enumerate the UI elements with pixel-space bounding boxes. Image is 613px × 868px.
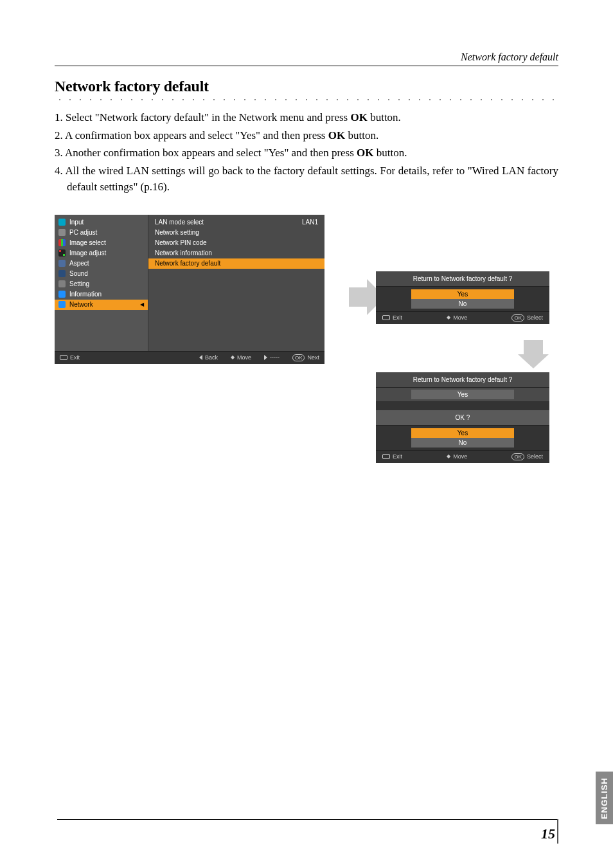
footer-dashes: ----- [270, 354, 280, 361]
menu-icon [382, 315, 390, 320]
ok-icon: OK [292, 354, 305, 361]
input-icon [58, 219, 66, 226]
menu-icon [60, 355, 67, 360]
step-3: Another confirmation box appears and sel… [55, 145, 558, 161]
osd-footer: Exit Back ◆Move ----- OKNext [55, 351, 324, 364]
image-select-icon [58, 239, 66, 246]
header-rule [55, 66, 558, 66]
sidebar-item-pcadjust[interactable]: PC adjust [55, 228, 148, 238]
dialog2-answer: Yes [411, 390, 514, 399]
triangle-right-icon [264, 355, 267, 360]
sound-icon [58, 270, 66, 277]
confirm-dialog-1: Return to Network factory default ? Yes … [376, 271, 549, 324]
dialog1-no[interactable]: No [411, 299, 514, 309]
footer-rule [57, 819, 558, 820]
confirm-dialog-2: Return to Network factory default ? Yes … [376, 372, 549, 463]
sidebar-item-imageselect[interactable]: Image select [55, 238, 148, 248]
updown-icon: ◆ [447, 454, 450, 459]
chevron-left-icon: ◀ [140, 302, 144, 307]
submenu-network-setting[interactable]: Network setting [148, 228, 324, 238]
dialog2-exit: Exit [393, 453, 402, 460]
dialog1-exit: Exit [393, 314, 402, 321]
footer-move: Move [237, 354, 251, 361]
steps-list: Select "Network factory default" in the … [55, 109, 558, 195]
osd-menu: Input PC adjust Image select Image adjus… [55, 215, 324, 364]
footer-back: Back [205, 354, 218, 361]
updown-icon: ◆ [231, 355, 235, 360]
footer-exit: Exit [70, 354, 80, 361]
step-4: All the wired LAN settings will go back … [55, 163, 558, 195]
setting-icon [58, 280, 66, 287]
dialog2-question: Return to Network factory default ? [376, 372, 549, 388]
sidebar-item-network[interactable]: Network◀ [55, 300, 148, 310]
dialog2-select: Select [527, 453, 543, 460]
dialog2-yes[interactable]: Yes [411, 428, 514, 438]
submenu-lan-mode[interactable]: LAN mode selectLAN1 [148, 217, 324, 228]
dialog1-select: Select [527, 314, 543, 321]
updown-icon: ◆ [447, 315, 450, 320]
step-1: Select "Network factory default" in the … [55, 109, 558, 126]
sidebar-item-aspect[interactable]: Aspect [55, 258, 148, 269]
sidebar-item-input[interactable]: Input [55, 217, 148, 228]
page-number: 15 [541, 826, 555, 842]
submenu-network-pin[interactable]: Network PIN code [148, 238, 324, 248]
submenu-network-info[interactable]: Network information [148, 248, 324, 258]
figures: Input PC adjust Image select Image adjus… [55, 215, 558, 485]
ok-icon: OK [511, 453, 524, 460]
footer-side-rule [557, 819, 558, 844]
menu-icon [382, 454, 390, 459]
pc-icon [58, 229, 66, 236]
breadcrumb: Network factory default [55, 51, 558, 63]
dialog2-move: Move [453, 453, 467, 460]
sidebar-item-setting[interactable]: Setting [55, 279, 148, 289]
ok-icon: OK [511, 314, 524, 321]
page-title: Network factory default [55, 78, 558, 95]
sidebar-item-information[interactable]: Information [55, 289, 148, 300]
network-icon [58, 301, 66, 308]
image-adjust-icon [58, 249, 66, 257]
submenu-network-factory-default[interactable]: Network factory default [148, 258, 324, 269]
language-tab: ENGLISH [596, 772, 613, 824]
info-icon [58, 291, 66, 298]
dialog1-yes[interactable]: Yes [411, 289, 514, 299]
dialog2-no[interactable]: No [411, 438, 514, 448]
footer-next: Next [307, 354, 319, 361]
aspect-icon [58, 260, 66, 267]
osd-submenu: LAN mode selectLAN1 Network setting Netw… [148, 215, 324, 351]
triangle-left-icon [199, 355, 202, 360]
title-dots [55, 96, 558, 103]
sidebar-item-sound[interactable]: Sound [55, 269, 148, 279]
dialog1-question: Return to Network factory default ? [376, 271, 549, 287]
osd-sidebar: Input PC adjust Image select Image adjus… [55, 215, 148, 351]
arrow-down-icon [447, 340, 613, 368]
dialog1-move: Move [453, 314, 467, 321]
sidebar-item-imageadjust[interactable]: Image adjust [55, 248, 148, 258]
dialog2-confirm-label: OK ? [376, 410, 549, 426]
step-2: A confirmation box appears and select "Y… [55, 127, 558, 144]
